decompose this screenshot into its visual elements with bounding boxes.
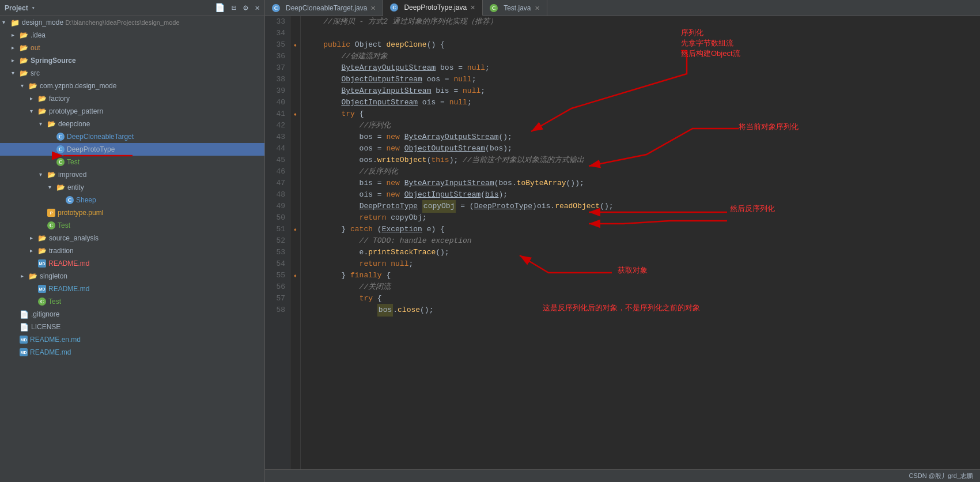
- code-line-48: ois = new ObjectInputStream ( bis );: [305, 189, 980, 201]
- editor-panel: C DeepCloneableTarget.java ✕ C DeepProto…: [265, 0, 980, 482]
- chevron-icon: [39, 120, 46, 127]
- code-line-54: return null ;: [305, 258, 980, 270]
- tree-item-label: README.md: [48, 259, 89, 268]
- tab-label: DeepCloneableTarget.java: [286, 4, 367, 12]
- tab-test[interactable]: C Test.java ✕: [483, 0, 547, 16]
- chevron-icon: [48, 159, 55, 165]
- tab-close-icon[interactable]: ✕: [470, 4, 475, 12]
- code-line-38: ObjectOutputStream oos = null ;: [305, 74, 980, 85]
- tab-close-icon[interactable]: ✕: [370, 5, 376, 12]
- type-name: Object: [355, 39, 387, 51]
- tab-deepprototype[interactable]: C DeepProtoType.java ✕: [383, 0, 483, 16]
- code-line-34: [305, 28, 980, 39]
- tree-item-improved[interactable]: 📂 improved: [0, 168, 264, 181]
- md-file-icon: MD: [20, 336, 28, 344]
- tree-item-factory[interactable]: 📂 factory: [0, 92, 264, 105]
- tree-item-test-sing[interactable]: C Test: [0, 295, 264, 308]
- tree-item-puml[interactable]: P prototype.puml: [0, 206, 264, 219]
- java-class-icon: C: [56, 133, 65, 141]
- java-icon: C: [390, 3, 398, 12]
- tree-item-tradition[interactable]: 📂 tradition: [0, 244, 264, 257]
- code-line-44: oos = new ObjectOutputStream (bos);: [305, 143, 980, 155]
- code-line-41: try {: [305, 108, 980, 120]
- folder-icon: 📂: [47, 120, 56, 128]
- tree-item-label: README.md: [30, 348, 71, 356]
- tree-item-src[interactable]: 📂 src: [0, 67, 264, 80]
- java-class-icon: C: [56, 145, 65, 153]
- tree-item-deepcloneable[interactable]: C DeepCloneableTarget: [0, 130, 264, 143]
- tree-item-deepclone[interactable]: 📂 deepclone: [0, 118, 264, 130]
- tree-item-label: factory: [49, 95, 70, 103]
- tree-item-test-deep[interactable]: C Test: [0, 156, 264, 168]
- tree-item-readme-src[interactable]: MD README.md: [0, 257, 264, 270]
- folder-icon: 📂: [29, 82, 37, 90]
- code-line-52: // TODO: handle exception: [305, 235, 980, 247]
- tree-item-readme-sing[interactable]: MD README.md: [0, 283, 264, 295]
- code-line-42: //序列化: [305, 120, 980, 131]
- code-line-37: ByteArrayOutputStream bos = null ;: [305, 62, 980, 74]
- chevron-icon: [12, 32, 18, 39]
- chevron-icon: [12, 349, 18, 356]
- chevron-icon: [48, 146, 55, 153]
- chevron-icon: [30, 298, 37, 305]
- collapse-icon[interactable]: ⊟: [232, 3, 236, 13]
- code-line-36: //创建流对象: [305, 51, 980, 62]
- tab-deepcloneable[interactable]: C DeepCloneableTarget.java ✕: [265, 0, 383, 16]
- chevron-icon: [12, 323, 18, 330]
- new-file-icon[interactable]: 📄: [215, 3, 225, 13]
- folder-icon: 📂: [29, 272, 37, 280]
- code-line-49: DeepProtoType copyObj = ( DeepProtoType …: [305, 201, 980, 212]
- md-file-icon: MD: [20, 348, 28, 356]
- code-line-35: public Object deepClone () {: [305, 39, 980, 51]
- tree-item-test-improved[interactable]: C Test: [0, 219, 264, 232]
- tree-item-idea[interactable]: 📂 .idea: [0, 29, 264, 42]
- code-line-51: } catch ( Exception e) {: [305, 224, 980, 235]
- tree-item-label: SpringSource: [31, 57, 76, 65]
- code-comment: //深拷贝 - 方式2 通过对象的序列化实现（推荐）: [305, 16, 497, 28]
- folder-icon: 📂: [20, 31, 28, 39]
- folder-icon: 📂: [38, 247, 47, 255]
- tree-item-label: design_mode D:\biancheng\IdeaProjects\de…: [22, 18, 180, 27]
- tree-item-springsource[interactable]: 📂 SpringSource: [0, 54, 264, 67]
- folder-icon: 📂: [20, 69, 28, 77]
- tab-close-icon[interactable]: ✕: [535, 5, 540, 12]
- tree-item-root[interactable]: 📁 design_mode D:\biancheng\IdeaProjects\…: [0, 16, 264, 29]
- tree-item-readme-en[interactable]: MD README.en.md: [0, 333, 264, 346]
- chevron-icon: [30, 260, 37, 267]
- license-icon: 📄: [20, 323, 29, 332]
- tree-item-deepprototype[interactable]: C DeepProtoType: [0, 143, 264, 156]
- tree-item-readme-main[interactable]: MD README.md: [0, 346, 264, 359]
- java-class-icon: C: [66, 196, 74, 204]
- tree-item-sheep[interactable]: C Sheep: [0, 194, 264, 206]
- tree-item-out[interactable]: 📂 out: [0, 42, 264, 54]
- close-panel-icon[interactable]: ✕: [255, 3, 260, 13]
- folder-icon: 📂: [38, 95, 47, 103]
- tree-item-prototype[interactable]: 📂 prototype_pattern: [0, 105, 264, 118]
- code-line-43: bos = new ByteArrayOutputStream ();: [305, 131, 980, 143]
- tree-item-com[interactable]: 📂 com.yzpnb.design_mode: [0, 80, 264, 92]
- tree-item-singleton[interactable]: 📂 singleton: [0, 270, 264, 283]
- chevron-down-icon: ▾: [32, 5, 35, 12]
- tree-item-license[interactable]: 📄 LICENSE: [0, 321, 264, 333]
- chevron-icon: [30, 235, 37, 242]
- code-text-area: //深拷贝 - 方式2 通过对象的序列化实现（推荐） public Object…: [301, 16, 980, 469]
- status-text: CSDN @殷丿grd_志鹏: [909, 472, 973, 480]
- code-editor[interactable]: 33 34 35 36 37 38 39 40 41 42 43 44 45 4…: [265, 16, 980, 469]
- chevron-icon: [2, 19, 9, 26]
- tree-item-label: deepclone: [58, 120, 90, 128]
- tree-item-label: Test: [58, 221, 70, 229]
- chevron-icon: [39, 209, 46, 216]
- tree-item-label: .idea: [31, 31, 46, 39]
- tree-item-source[interactable]: 📂 source_analysis: [0, 232, 264, 244]
- tree-item-gitignore[interactable]: 📄 .gitignore: [0, 308, 264, 321]
- tree-item-label: Sheep: [76, 196, 96, 204]
- tree-item-entity[interactable]: 📂 entity: [0, 181, 264, 194]
- java-test-icon: C: [38, 298, 46, 306]
- tree-item-label: prototype.puml: [58, 209, 103, 217]
- gitignore-icon: 📄: [20, 310, 29, 319]
- panel-title: Project: [5, 4, 28, 12]
- tree-item-label: prototype_pattern: [49, 107, 103, 115]
- code-line-33: //深拷贝 - 方式2 通过对象的序列化实现（推荐）: [305, 16, 980, 28]
- tree-item-label: out: [31, 44, 40, 52]
- settings-icon[interactable]: ⚙: [243, 3, 248, 13]
